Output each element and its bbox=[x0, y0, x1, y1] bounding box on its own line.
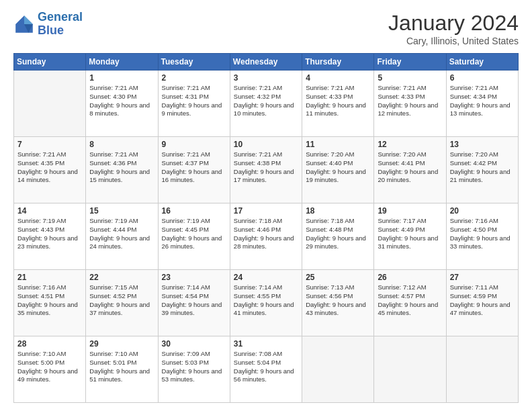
sunset-label: Sunset: 4:48 PM bbox=[306, 226, 353, 233]
cell-info: Sunrise: 7:20 AMSunset: 4:41 PMDaylight:… bbox=[378, 150, 442, 185]
cell-info: Sunrise: 7:21 AMSunset: 4:34 PMDaylight:… bbox=[450, 84, 515, 118]
day-number: 4 bbox=[306, 73, 370, 83]
daylight-label: Daylight: 9 hours and 17 minutes. bbox=[234, 168, 294, 184]
sunrise-label: Sunrise: 7:18 AM bbox=[234, 217, 282, 224]
daylight-label: Daylight: 9 hours and 45 minutes. bbox=[378, 301, 438, 317]
calendar-cell: 7Sunrise: 7:21 AMSunset: 4:35 PMDaylight… bbox=[14, 137, 86, 203]
daylight-label: Daylight: 9 hours and 8 minutes. bbox=[89, 101, 150, 118]
sunrise-label: Sunrise: 7:21 AM bbox=[162, 150, 210, 158]
sunset-label: Sunset: 5:04 PM bbox=[234, 359, 281, 366]
daylight-label: Daylight: 9 hours and 16 minutes. bbox=[162, 168, 222, 184]
logo: General Blue bbox=[13, 11, 83, 38]
daylight-label: Daylight: 9 hours and 41 minutes. bbox=[234, 301, 294, 317]
sunset-label: Sunset: 4:57 PM bbox=[378, 292, 425, 300]
daylight-label: Daylight: 9 hours and 43 minutes. bbox=[306, 301, 366, 317]
sunset-label: Sunset: 4:55 PM bbox=[234, 292, 281, 300]
daylight-label: Daylight: 9 hours and 39 minutes. bbox=[162, 301, 222, 317]
logo-general: General bbox=[38, 10, 83, 24]
calendar-cell: 1Sunrise: 7:21 AMSunset: 4:30 PMDaylight… bbox=[86, 71, 158, 137]
sunset-label: Sunset: 4:46 PM bbox=[234, 226, 281, 233]
day-number: 22 bbox=[89, 273, 154, 282]
daylight-label: Daylight: 9 hours and 56 minutes. bbox=[234, 367, 294, 383]
day-number: 14 bbox=[17, 206, 82, 216]
cell-info: Sunrise: 7:20 AMSunset: 4:40 PMDaylight:… bbox=[306, 150, 370, 185]
calendar-week-5: 28Sunrise: 7:10 AMSunset: 5:00 PMDayligh… bbox=[14, 336, 519, 403]
calendar-table: SundayMondayTuesdayWednesdayThursdayFrid… bbox=[13, 53, 519, 403]
cell-info: Sunrise: 7:19 AMSunset: 4:44 PMDaylight:… bbox=[89, 217, 154, 251]
calendar-cell: 28Sunrise: 7:10 AMSunset: 5:00 PMDayligh… bbox=[14, 336, 86, 403]
sunrise-label: Sunrise: 7:21 AM bbox=[162, 84, 210, 91]
daylight-label: Daylight: 9 hours and 37 minutes. bbox=[89, 301, 150, 317]
sunset-label: Sunset: 4:52 PM bbox=[89, 292, 136, 300]
daylight-label: Daylight: 9 hours and 23 minutes. bbox=[17, 234, 78, 250]
logo-icon bbox=[13, 13, 35, 35]
sunset-label: Sunset: 4:40 PM bbox=[306, 159, 353, 167]
header: General Blue January 2024 Cary, Illinois… bbox=[13, 11, 519, 46]
sunset-label: Sunset: 4:49 PM bbox=[378, 226, 425, 233]
sunrise-label: Sunrise: 7:19 AM bbox=[162, 217, 210, 224]
sunset-label: Sunset: 4:34 PM bbox=[450, 93, 497, 100]
sunset-label: Sunset: 4:56 PM bbox=[306, 292, 353, 300]
cell-info: Sunrise: 7:14 AMSunset: 4:54 PMDaylight:… bbox=[162, 283, 226, 318]
calendar-cell: 2Sunrise: 7:21 AMSunset: 4:31 PMDaylight… bbox=[158, 71, 230, 137]
calendar-week-1: 1Sunrise: 7:21 AMSunset: 4:30 PMDaylight… bbox=[14, 71, 519, 137]
calendar-cell: 30Sunrise: 7:09 AMSunset: 5:03 PMDayligh… bbox=[158, 336, 230, 403]
calendar-cell: 11Sunrise: 7:20 AMSunset: 4:40 PMDayligh… bbox=[302, 137, 374, 203]
daylight-label: Daylight: 9 hours and 53 minutes. bbox=[162, 367, 222, 383]
sunrise-label: Sunrise: 7:13 AM bbox=[306, 283, 354, 291]
cell-info: Sunrise: 7:20 AMSunset: 4:42 PMDaylight:… bbox=[450, 150, 515, 185]
sunset-label: Sunset: 4:37 PM bbox=[162, 159, 209, 167]
daylight-label: Daylight: 9 hours and 51 minutes. bbox=[89, 367, 150, 383]
daylight-label: Daylight: 9 hours and 26 minutes. bbox=[162, 234, 222, 250]
sunrise-label: Sunrise: 7:19 AM bbox=[17, 217, 66, 224]
daylight-label: Daylight: 9 hours and 13 minutes. bbox=[450, 101, 511, 118]
day-header-friday: Friday bbox=[374, 54, 446, 71]
cell-info: Sunrise: 7:21 AMSunset: 4:35 PMDaylight:… bbox=[17, 150, 82, 185]
daylight-label: Daylight: 9 hours and 20 minutes. bbox=[378, 168, 438, 184]
sunset-label: Sunset: 4:50 PM bbox=[450, 226, 497, 233]
sunrise-label: Sunrise: 7:18 AM bbox=[306, 217, 354, 224]
day-number: 13 bbox=[450, 140, 515, 149]
sunrise-label: Sunrise: 7:21 AM bbox=[306, 84, 354, 91]
cell-info: Sunrise: 7:21 AMSunset: 4:33 PMDaylight:… bbox=[306, 84, 370, 118]
day-number: 17 bbox=[234, 206, 298, 216]
calendar-cell bbox=[302, 336, 374, 403]
day-number: 26 bbox=[378, 273, 442, 282]
sunset-label: Sunset: 4:31 PM bbox=[162, 93, 209, 100]
cell-info: Sunrise: 7:19 AMSunset: 4:43 PMDaylight:… bbox=[17, 217, 82, 251]
sunset-label: Sunset: 4:35 PM bbox=[17, 159, 64, 167]
calendar-week-3: 14Sunrise: 7:19 AMSunset: 4:43 PMDayligh… bbox=[14, 203, 519, 270]
sunrise-label: Sunrise: 7:21 AM bbox=[450, 84, 498, 91]
cell-info: Sunrise: 7:21 AMSunset: 4:33 PMDaylight:… bbox=[378, 84, 442, 118]
day-number: 1 bbox=[89, 73, 154, 83]
cell-info: Sunrise: 7:21 AMSunset: 4:37 PMDaylight:… bbox=[162, 150, 226, 185]
daylight-label: Daylight: 9 hours and 14 minutes. bbox=[17, 168, 78, 184]
calendar-cell: 21Sunrise: 7:16 AMSunset: 4:51 PMDayligh… bbox=[14, 270, 86, 336]
cell-info: Sunrise: 7:09 AMSunset: 5:03 PMDaylight:… bbox=[162, 350, 226, 384]
day-header-monday: Monday bbox=[86, 54, 158, 71]
day-number: 15 bbox=[89, 206, 154, 216]
day-number: 11 bbox=[306, 140, 370, 149]
sunset-label: Sunset: 5:00 PM bbox=[17, 359, 64, 366]
sunrise-label: Sunrise: 7:16 AM bbox=[450, 217, 498, 224]
sunset-label: Sunset: 5:01 PM bbox=[89, 359, 136, 366]
sunset-label: Sunset: 4:44 PM bbox=[89, 226, 136, 233]
cell-info: Sunrise: 7:21 AMSunset: 4:36 PMDaylight:… bbox=[89, 150, 154, 185]
sunrise-label: Sunrise: 7:20 AM bbox=[450, 150, 498, 158]
cell-info: Sunrise: 7:16 AMSunset: 4:51 PMDaylight:… bbox=[17, 283, 82, 318]
sunset-label: Sunset: 4:32 PM bbox=[234, 93, 281, 100]
calendar-cell: 26Sunrise: 7:12 AMSunset: 4:57 PMDayligh… bbox=[374, 270, 446, 336]
daylight-label: Daylight: 9 hours and 19 minutes. bbox=[306, 168, 366, 184]
calendar-week-4: 21Sunrise: 7:16 AMSunset: 4:51 PMDayligh… bbox=[14, 270, 519, 336]
sunrise-label: Sunrise: 7:19 AM bbox=[89, 217, 138, 224]
daylight-label: Daylight: 9 hours and 15 minutes. bbox=[89, 168, 150, 184]
day-number: 30 bbox=[162, 339, 226, 349]
daylight-label: Daylight: 9 hours and 24 minutes. bbox=[89, 234, 150, 250]
sunset-label: Sunset: 4:38 PM bbox=[234, 159, 281, 167]
sunset-label: Sunset: 4:33 PM bbox=[378, 93, 425, 100]
calendar-cell: 8Sunrise: 7:21 AMSunset: 4:36 PMDaylight… bbox=[86, 137, 158, 203]
daylight-label: Daylight: 9 hours and 11 minutes. bbox=[306, 101, 366, 118]
cell-info: Sunrise: 7:10 AMSunset: 5:00 PMDaylight:… bbox=[17, 350, 82, 384]
sunrise-label: Sunrise: 7:21 AM bbox=[89, 84, 138, 91]
sunset-label: Sunset: 4:54 PM bbox=[162, 292, 209, 300]
